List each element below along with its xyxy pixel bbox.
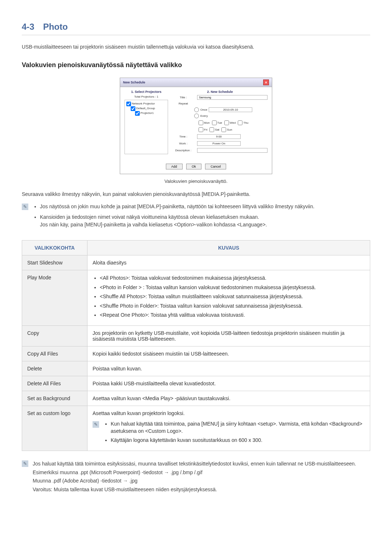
note-icon: ✎ [22, 204, 28, 210]
row-key: Start Slideshow [22, 255, 87, 270]
day-fri[interactable] [199, 127, 203, 132]
row-value: Poistaa kakki USB-muistilaitteella oleva… [87, 376, 370, 391]
desc-label: Description : [172, 149, 194, 152]
row-key: Delete [22, 361, 87, 376]
projector-tree[interactable]: Network Projector Default_Group Projecto… [124, 100, 168, 154]
total-projectors-label: Total Projectors : [134, 95, 156, 98]
table-row: Copy All Files Kopioi kaikki tiedostot s… [22, 346, 370, 361]
day-tue[interactable] [212, 120, 217, 125]
every-radio[interactable] [194, 114, 199, 118]
ok-button[interactable]: Ok [186, 164, 201, 169]
day-sat[interactable] [209, 127, 214, 132]
table-header-1: VALIKKOKOHTA [22, 241, 87, 255]
tree-root: Network Projector [132, 102, 155, 106]
subheading: Valokuvien pienoiskuvanäytössä näytettäv… [22, 61, 370, 69]
day-thu[interactable] [238, 120, 242, 125]
note-icon: ✎ [22, 460, 28, 467]
figure-caption: Valokuvien pienoiskuvanäyttö. [22, 178, 370, 184]
intro-text: USB-muistilaitteeseen tai projektorin si… [22, 44, 370, 50]
time-label: Time : [172, 135, 194, 138]
date-combo[interactable]: 2010-05-10 [209, 107, 252, 112]
tree-checkbox-root[interactable] [126, 102, 131, 106]
work-label: Work : [172, 142, 194, 145]
day-wed[interactable] [224, 120, 229, 125]
tree-checkbox-group[interactable] [131, 106, 135, 111]
row-value: Poistaa valitun kuvan. [87, 361, 370, 376]
note-icon: ✎ [93, 421, 99, 428]
right-pane-header: 2. New Schedule [172, 90, 268, 94]
title-label: Title : [172, 96, 194, 99]
row-value: Jos projektoriin on kytketty USB-muistil… [87, 325, 370, 346]
tree-item: Projector1 [140, 111, 154, 116]
work-combo[interactable]: Power On [197, 141, 241, 146]
footer-note-p1: Jos haluat käyttää tätä toimintoa esityk… [33, 460, 356, 468]
add-button[interactable]: Add [166, 164, 183, 169]
once-label: Once [200, 108, 207, 111]
close-icon[interactable]: × [263, 79, 269, 85]
row-value: Aloita diaesitys [87, 255, 370, 270]
table-row: Set as Background Asettaa valitun kuvan … [22, 391, 370, 406]
table-row: Delete Poistaa valitun kuvan. [22, 361, 370, 376]
row-value: Asettaa valitun kuvan projektorin logoks… [87, 406, 370, 451]
table-row: Play Mode <All Photos>: Toistaa valokuva… [22, 270, 370, 326]
note-item-1: Jos näytössä on jokin muu kohde ja paina… [40, 203, 314, 210]
row-key: Delete All Files [22, 376, 87, 391]
row-value: Asettaa valitun kuvan <Media Play> -pääs… [87, 391, 370, 406]
table-row: Copy Jos projektoriin on kytketty USB-mu… [22, 325, 370, 346]
time-combo[interactable]: 9:00 [197, 134, 241, 139]
section-title: Photo [43, 22, 68, 32]
row-key: Play Mode [22, 270, 87, 326]
menu-table: VALIKKOKOHTA KUVAUS Start Slideshow Aloi… [22, 240, 370, 451]
row-key: Copy [22, 325, 87, 346]
row-key: Set as custom logo [22, 406, 87, 451]
desc-input[interactable] [197, 148, 268, 153]
row-value: <All Photos>: Toistaa valokuvat tiedosto… [87, 270, 370, 326]
row-key: Set as Background [22, 391, 87, 406]
left-pane-header: 1. Select Projectors [124, 90, 168, 94]
total-projectors-value: 1 [157, 95, 158, 98]
table-row: Start Slideshow Aloita diaesitys [22, 255, 370, 270]
footer-note-p4: Varoitus: Muista tallentaa kuvat USB-mui… [33, 485, 356, 494]
dialog-title: New Schedule [123, 81, 145, 84]
row-key: Copy All Files [22, 346, 87, 361]
tree-group: Default_Group [136, 106, 155, 111]
day-mon[interactable] [199, 120, 203, 125]
once-radio[interactable] [194, 107, 199, 112]
repeat-label: Repeat [172, 102, 194, 105]
row-value: Kopioi kaikki tiedostot sisäiseen muisti… [87, 346, 370, 361]
day-sun[interactable] [221, 127, 226, 132]
dialog-figure: New Schedule × 1. Select Projectors Tota… [22, 78, 370, 174]
title-input[interactable] [197, 95, 268, 100]
footer-note-p2: Esimerkiksi muunna .ppt (Microsoft Power… [33, 468, 356, 477]
table-header-2: KUVAUS [87, 241, 370, 255]
table-row: Set as custom logo Asettaa valitun kuvan… [22, 406, 370, 451]
tree-checkbox-item[interactable] [135, 111, 140, 116]
paragraph-1: Seuraava valikko ilmestyy näkyviin, kun … [22, 191, 370, 197]
row-value-text: Asettaa valitun kuvan projektorin logoks… [93, 410, 365, 416]
cancel-button[interactable]: Cancel [205, 164, 226, 169]
note-item-2: Kansioiden ja tiedostojen nimet voivat n… [40, 213, 314, 229]
section-number: 4-3 [22, 22, 34, 32]
footer-note-p3: Muunna .pdf (Adobe Acrobat) -tiedostot →… [33, 477, 356, 485]
every-label: Every [200, 114, 208, 118]
table-row: Delete All Files Poistaa kakki USB-muist… [22, 376, 370, 391]
